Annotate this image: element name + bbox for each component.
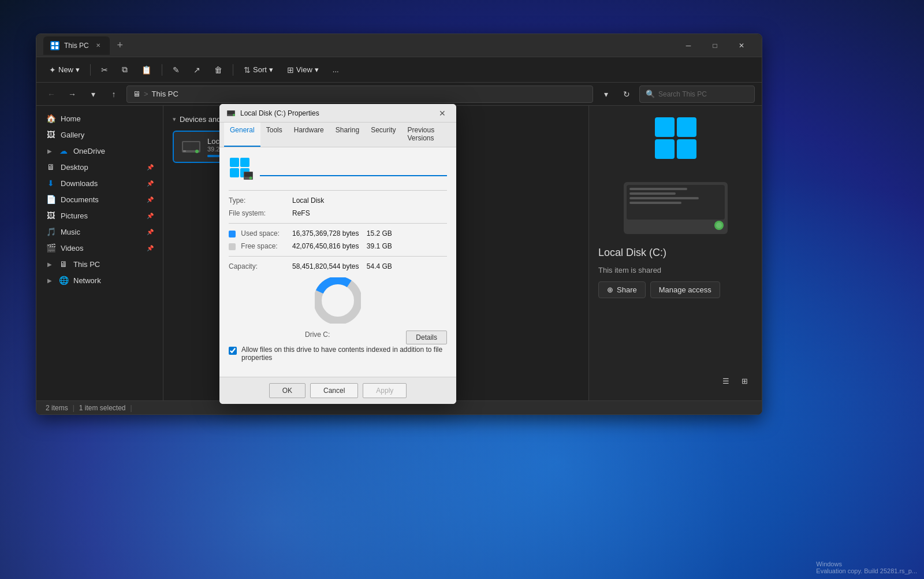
used-label: Used space:	[241, 229, 280, 237]
ok-button[interactable]: OK	[269, 383, 305, 398]
dialog-disk-icon	[229, 157, 253, 181]
apply-button[interactable]: Apply	[363, 383, 407, 398]
checkbox-row: Allow files on this drive to have conten…	[229, 346, 447, 362]
tab-previous-versions[interactable]: Previous Versions	[401, 123, 452, 147]
dialog-drive-header	[229, 157, 447, 181]
used-dot	[229, 231, 236, 237]
svg-rect-22	[230, 158, 239, 167]
details-button[interactable]: Details	[406, 331, 447, 344]
dialog-tabs: General Tools Hardware Sharing Security …	[219, 123, 456, 147]
checkbox-label: Allow files on this drive to have conten…	[241, 346, 447, 362]
dialog-drive-icon	[226, 109, 236, 118]
tab-general[interactable]: General	[224, 123, 260, 147]
svg-rect-23	[240, 158, 249, 167]
properties-dialog: Local Disk (C:) Properties ✕ General Too…	[219, 104, 456, 404]
free-bytes: 42,076,450,816 bytes 39.1 GB	[292, 242, 392, 250]
dialog-content: Type: Local Disk File system: ReFS Used …	[219, 147, 456, 377]
tab-hardware[interactable]: Hardware	[288, 123, 330, 147]
drive-label: Details Drive C:	[229, 331, 447, 339]
prop-used: Used space: 16,375,369,728 bytes 15.2 GB	[229, 229, 447, 237]
disk-chart-svg	[315, 277, 361, 324]
svg-rect-24	[230, 168, 239, 177]
prop-type: Type: Local Disk	[229, 196, 447, 205]
free-label: Free space:	[241, 242, 277, 250]
capacity-label: Capacity:	[229, 262, 292, 270]
dialog-footer: OK Cancel Apply	[219, 377, 456, 404]
disk-chart	[229, 277, 447, 324]
dialog-overlay: Local Disk (C:) Properties ✕ General Too…	[0, 0, 924, 579]
filesystem-label: File system:	[229, 209, 292, 217]
index-checkbox[interactable]	[229, 347, 237, 355]
free-dot	[229, 243, 236, 250]
dialog-title: Local Disk (C:) Properties	[226, 109, 435, 118]
dialog-title-bar: Local Disk (C:) Properties ✕	[219, 104, 456, 123]
dialog-sep-1	[229, 190, 447, 191]
used-bytes: 16,375,369,728 bytes 15.2 GB	[292, 229, 392, 237]
svg-point-28	[249, 177, 252, 180]
tab-sharing[interactable]: Sharing	[330, 123, 365, 147]
svg-rect-27	[244, 172, 252, 177]
prop-free: Free space: 42,076,450,816 bytes 39.1 GB	[229, 242, 447, 250]
capacity-bytes: 58,451,820,544 bytes 54.4 GB	[292, 262, 392, 270]
cancel-button[interactable]: Cancel	[310, 383, 358, 398]
dialog-title-text: Local Disk (C:) Properties	[240, 109, 319, 117]
dialog-sep-2	[229, 223, 447, 224]
drive-letter: Drive C:	[305, 331, 330, 339]
svg-rect-20	[228, 111, 234, 114]
svg-point-21	[233, 114, 235, 116]
dialog-close-button[interactable]: ✕	[435, 106, 449, 120]
drive-name-input[interactable]	[260, 161, 447, 176]
tab-tools[interactable]: Tools	[260, 123, 288, 147]
prop-capacity: Capacity: 58,451,820,544 bytes 54.4 GB	[229, 262, 447, 270]
filesystem-value: ReFS	[292, 209, 310, 217]
tab-security[interactable]: Security	[365, 123, 401, 147]
prop-filesystem: File system: ReFS	[229, 209, 447, 217]
dialog-sep-3	[229, 256, 447, 257]
type-label: Type:	[229, 196, 292, 205]
type-value: Local Disk	[292, 196, 324, 205]
